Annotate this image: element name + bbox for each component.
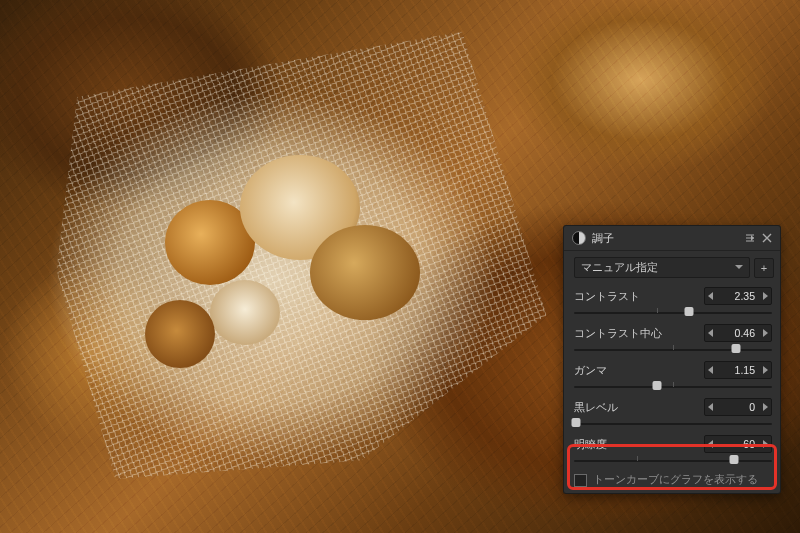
bouquet-detail <box>310 225 420 320</box>
slider-track <box>574 460 772 462</box>
footer-label: トーンカーブにグラフを表示する <box>593 473 758 487</box>
panel-close-icon[interactable] <box>760 231 774 245</box>
param-value[interactable]: 0 <box>717 401 759 413</box>
param-spinner[interactable]: 0.46 <box>704 324 772 342</box>
slider-default-mark <box>637 456 638 461</box>
tone-icon <box>572 231 586 245</box>
param-slider[interactable] <box>574 418 772 430</box>
param-label: コントラスト中心 <box>574 326 704 341</box>
slider-track <box>574 423 772 425</box>
preset-dropdown[interactable]: マニュアル指定 <box>574 257 750 278</box>
param-value[interactable]: 60 <box>717 438 759 450</box>
slider-default-mark <box>657 308 658 313</box>
param-slider[interactable] <box>574 344 772 356</box>
decrease-icon[interactable] <box>705 400 717 414</box>
increase-icon[interactable] <box>759 363 771 377</box>
slider-default-mark <box>673 382 674 387</box>
slider-thumb[interactable] <box>571 418 580 427</box>
add-preset-button[interactable]: + <box>754 258 774 278</box>
slider-thumb[interactable] <box>730 455 739 464</box>
panel-title: 調子 <box>592 231 740 246</box>
param-label: 明瞭度 <box>574 437 704 452</box>
param-value[interactable]: 1.15 <box>717 364 759 376</box>
bouquet-detail <box>145 300 215 368</box>
param-label: 黒レベル <box>574 400 704 415</box>
param-spinner[interactable]: 2.35 <box>704 287 772 305</box>
plus-icon: + <box>761 262 767 274</box>
param-label: ガンマ <box>574 363 704 378</box>
app-canvas: 調子 マニュアル指定 + コントラスト2.35コントラスト中心0.46ガンマ1.… <box>0 0 800 533</box>
slider-default-mark <box>673 345 674 350</box>
param-4: 明瞭度60 <box>564 432 780 469</box>
increase-icon[interactable] <box>759 437 771 451</box>
slider-thumb[interactable] <box>732 344 741 353</box>
param-1: コントラスト中心0.46 <box>564 321 780 358</box>
param-label: コントラスト <box>574 289 704 304</box>
tonecurve-checkbox[interactable] <box>574 474 587 487</box>
panel-header[interactable]: 調子 <box>564 226 780 251</box>
param-spinner[interactable]: 1.15 <box>704 361 772 379</box>
decrease-icon[interactable] <box>705 437 717 451</box>
param-2: ガンマ1.15 <box>564 358 780 395</box>
preset-value: マニュアル指定 <box>581 261 658 273</box>
param-spinner[interactable]: 60 <box>704 435 772 453</box>
param-slider[interactable] <box>574 455 772 467</box>
decrease-icon[interactable] <box>705 363 717 377</box>
increase-icon[interactable] <box>759 400 771 414</box>
increase-icon[interactable] <box>759 326 771 340</box>
decrease-icon[interactable] <box>705 326 717 340</box>
slider-thumb[interactable] <box>653 381 662 390</box>
param-slider[interactable] <box>574 307 772 319</box>
panel-menu-icon[interactable] <box>743 231 757 245</box>
param-0: コントラスト2.35 <box>564 284 780 321</box>
preset-row: マニュアル指定 + <box>564 251 780 284</box>
param-3: 黒レベル0 <box>564 395 780 432</box>
param-spinner[interactable]: 0 <box>704 398 772 416</box>
bouquet-detail <box>210 280 280 345</box>
param-value[interactable]: 2.35 <box>717 290 759 302</box>
param-slider[interactable] <box>574 381 772 393</box>
tone-panel: 調子 マニュアル指定 + コントラスト2.35コントラスト中心0.46ガンマ1.… <box>564 226 780 493</box>
slider-thumb[interactable] <box>684 307 693 316</box>
param-value[interactable]: 0.46 <box>717 327 759 339</box>
increase-icon[interactable] <box>759 289 771 303</box>
slider-track <box>574 312 772 314</box>
footer-row: トーンカーブにグラフを表示する <box>564 469 780 493</box>
decrease-icon[interactable] <box>705 289 717 303</box>
